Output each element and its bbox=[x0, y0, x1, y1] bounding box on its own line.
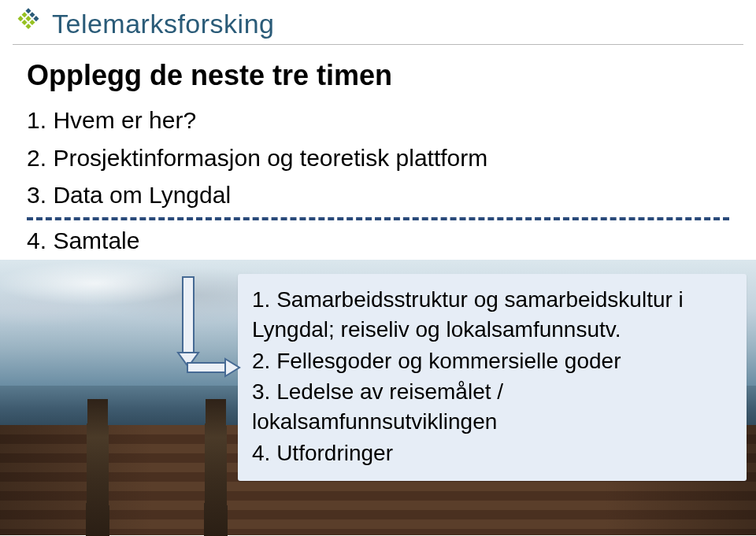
sub-list-item: 3. Ledelse av reisemålet / lokalsamfunns… bbox=[252, 377, 732, 437]
svg-rect-3 bbox=[22, 12, 28, 17]
brand-name: Telemarksforsking bbox=[52, 9, 274, 39]
item-text: Data om Lyngdal bbox=[53, 182, 231, 208]
svg-rect-1 bbox=[29, 12, 35, 17]
item-text: Samtale bbox=[53, 227, 139, 253]
list-item: 1. Hvem er her? bbox=[27, 103, 756, 138]
item-number: 2. bbox=[252, 349, 270, 373]
slide-header: Telemarksforsking bbox=[0, 0, 756, 44]
svg-rect-7 bbox=[22, 20, 28, 25]
logo-icon bbox=[13, 8, 44, 39]
list-item: 2. Prosjektinformasjon og teoretisk plat… bbox=[27, 141, 756, 176]
item-number: 4. bbox=[27, 227, 46, 253]
list-item: 3. Data om Lyngdal bbox=[27, 178, 756, 213]
item-text: Fellesgoder og kommersielle goder bbox=[276, 349, 621, 373]
item-number: 3. bbox=[252, 379, 270, 404]
svg-rect-9 bbox=[183, 277, 194, 353]
svg-rect-11 bbox=[187, 363, 225, 372]
item-number: 4. bbox=[252, 441, 270, 465]
svg-rect-2 bbox=[33, 16, 39, 21]
list-item: 4. Samtale bbox=[27, 224, 756, 258]
slide-title: Opplegg de neste tre timen bbox=[27, 59, 756, 92]
arrow-down-icon bbox=[176, 275, 200, 368]
item-text: Utfordringer bbox=[276, 441, 393, 465]
item-text: Ledelse av reisemålet / lokalsamfunnsutv… bbox=[252, 379, 503, 434]
item-text: Hvem er her? bbox=[53, 107, 196, 133]
dashed-divider bbox=[27, 217, 729, 220]
item-number: 2. bbox=[27, 145, 46, 171]
outer-list-continued: 4. Samtale bbox=[27, 224, 756, 258]
outer-list: 1. Hvem er her? 2. Prosjektinformasjon o… bbox=[27, 103, 756, 213]
item-number: 3. bbox=[27, 182, 46, 208]
sub-list-item: 4. Utfordringer bbox=[252, 438, 732, 468]
sub-list-box: 1. Samarbeidsstruktur og samarbeidskultu… bbox=[238, 274, 747, 481]
arrow-right-icon bbox=[186, 357, 241, 378]
item-text: Prosjektinformasjon og teoretisk plattfo… bbox=[53, 145, 487, 171]
svg-rect-6 bbox=[18, 16, 24, 21]
svg-rect-4 bbox=[25, 16, 31, 21]
svg-marker-12 bbox=[225, 359, 239, 376]
svg-rect-8 bbox=[25, 24, 31, 29]
item-text: Samarbeidsstruktur og samarbeidskultur i… bbox=[252, 287, 684, 342]
item-number: 1. bbox=[27, 107, 46, 133]
sub-list-item: 1. Samarbeidsstruktur og samarbeidskultu… bbox=[252, 285, 732, 345]
svg-rect-5 bbox=[29, 20, 35, 25]
item-number: 1. bbox=[252, 287, 270, 312]
header-divider bbox=[13, 44, 743, 45]
sub-list-item: 2. Fellesgoder og kommersielle goder bbox=[252, 346, 732, 376]
svg-rect-0 bbox=[25, 8, 31, 13]
